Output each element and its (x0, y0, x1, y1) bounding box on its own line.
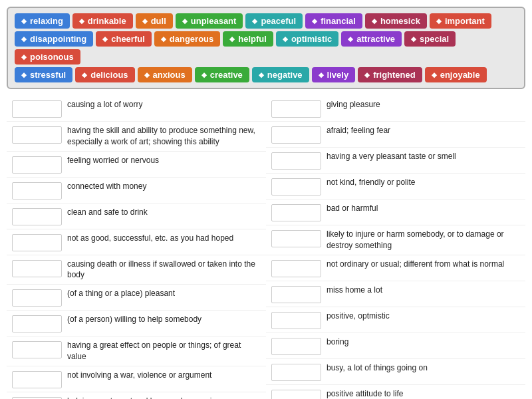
chip-homesick[interactable]: ◆homesick (365, 13, 427, 29)
answer-input[interactable] (271, 204, 321, 221)
chip-label: drinkable (88, 16, 126, 26)
chip-bullet: ◆ (21, 17, 27, 25)
chip-disappointing[interactable]: ◆disappointing (15, 31, 93, 47)
chip-anxious[interactable]: ◆anxious (138, 67, 192, 82)
word-bank: ◆relaxing◆drinkable◆dull◆unpleasant◆peac… (7, 7, 525, 89)
definition-text: positive attitude to life (327, 388, 403, 399)
chip-unpleasant[interactable]: ◆unpleasant (176, 13, 243, 29)
answer-input[interactable] (271, 178, 321, 196)
definition-text: feeling worried or nervous (67, 155, 159, 166)
answer-input[interactable] (271, 100, 321, 118)
definition-text: positive, optmistic (327, 311, 390, 322)
chip-lively[interactable]: ◆lively (312, 67, 356, 82)
answer-input[interactable] (271, 126, 321, 144)
quiz-item: having the skill and ability to produce … (7, 122, 266, 152)
chip-relaxing[interactable]: ◆relaxing (15, 13, 70, 29)
definition-text: afraid; feeling fear (327, 125, 390, 136)
chip-optimistic[interactable]: ◆optimistic (276, 31, 338, 47)
chip-bullet: ◆ (182, 17, 188, 25)
definition-text: bad or harmful (327, 203, 378, 214)
chip-label: important (445, 16, 485, 26)
definition-text: boring (327, 336, 348, 348)
definition-text: not kind, friendly or polite (327, 177, 415, 188)
quiz-left-col: causing a lot of worryhaving the skill a… (7, 96, 266, 399)
definition-text: causing death or illness if swallowed or… (67, 259, 261, 281)
quiz-item: causing a lot of worry (7, 96, 266, 122)
chip-label: lively (327, 70, 349, 80)
quiz-item: not involving a war, violence or argumen… (7, 366, 266, 392)
answer-input[interactable] (271, 312, 321, 329)
quiz-item: afraid; feeling fear (266, 122, 525, 148)
answer-input[interactable] (271, 390, 321, 399)
definition-text: having a great effect on people or thing… (67, 340, 261, 362)
chip-attractive[interactable]: ◆attractive (341, 31, 402, 47)
chip-peaceful[interactable]: ◆peaceful (245, 13, 303, 29)
definition-text: not as good, successful, etc. as you had… (67, 233, 233, 244)
chip-drinkable[interactable]: ◆drinkable (72, 13, 133, 29)
quiz-item: causing death or illness if swallowed or… (7, 255, 266, 285)
chip-bullet: ◆ (102, 35, 108, 43)
quiz-item: not as good, successful, etc. as you had… (7, 229, 266, 255)
chip-bullet: ◆ (436, 17, 442, 25)
chip-enjoyable[interactable]: ◆enjoyable (425, 67, 487, 82)
chip-label: unpleasant (191, 16, 237, 26)
chip-frightened[interactable]: ◆frightened (358, 67, 422, 82)
answer-input[interactable] (12, 315, 62, 332)
quiz-right-col: giving pleasureafraid; feeling fearhavin… (266, 96, 525, 399)
answer-input[interactable] (271, 286, 321, 303)
answer-input[interactable] (12, 182, 62, 200)
definition-text: causing a lot of worry (67, 99, 142, 110)
chip-bullet: ◆ (372, 17, 377, 25)
quiz-item: boring (266, 333, 525, 359)
answer-input[interactable] (12, 156, 62, 174)
chip-bullet: ◆ (432, 71, 437, 78)
chip-stressful[interactable]: ◆stressful (15, 67, 72, 82)
chip-label: anxious (153, 70, 186, 80)
answer-input[interactable] (12, 260, 62, 277)
chip-creative[interactable]: ◆creative (195, 67, 249, 82)
chip-delicious[interactable]: ◆delicious (75, 67, 134, 82)
chip-bullet: ◆ (319, 71, 324, 78)
answer-input[interactable] (12, 371, 62, 388)
answer-input[interactable] (12, 208, 62, 225)
definition-text: clean and safe to drink (67, 207, 148, 218)
answer-input[interactable] (271, 152, 321, 170)
quiz-item: feeling worried or nervous (7, 152, 266, 178)
answer-input[interactable] (12, 341, 62, 358)
quiz-item: helping you to rest and become less anxi… (7, 392, 266, 399)
chip-bullet: ◆ (364, 71, 370, 78)
chip-helpful[interactable]: ◆helpful (223, 31, 273, 47)
chip-negative[interactable]: ◆negative (252, 67, 309, 82)
definition-text: connected with money (67, 181, 146, 192)
quiz-item: positive, optmistic (266, 307, 525, 333)
chip-important[interactable]: ◆important (430, 13, 491, 29)
chip-dull[interactable]: ◆dull (136, 13, 173, 29)
answer-input[interactable] (271, 338, 321, 355)
chip-bullet: ◆ (82, 71, 87, 78)
definition-text: miss home a lot (327, 285, 382, 296)
definition-text: having a very pleasant taste or smell (327, 151, 456, 162)
chip-cheerful[interactable]: ◆cheerful (96, 31, 152, 47)
answer-input[interactable] (12, 234, 62, 251)
answer-input[interactable] (12, 100, 62, 118)
chip-special[interactable]: ◆special (404, 31, 456, 47)
answer-input[interactable] (271, 364, 321, 381)
quiz-item: giving pleasure (266, 96, 525, 122)
answer-input[interactable] (12, 289, 62, 307)
chip-poisonous[interactable]: ◆poisonous (15, 49, 80, 65)
definition-text: having the skill and ability to produce … (67, 125, 261, 148)
chip-dangerous[interactable]: ◆dangerous (154, 31, 220, 47)
chip-bullet: ◆ (79, 17, 84, 25)
definition-text: likely to injure or harm somebody, or to… (327, 229, 520, 251)
chip-financial[interactable]: ◆financial (305, 13, 362, 29)
answer-input[interactable] (271, 260, 321, 277)
chip-bullet: ◆ (144, 71, 150, 78)
chip-bullet: ◆ (229, 35, 235, 43)
chip-label: negative (267, 70, 303, 80)
quiz-item: having a great effect on people or thing… (7, 336, 266, 366)
quiz-area: causing a lot of worryhaving the skill a… (7, 96, 525, 399)
definition-text: helping you to rest and become less anxi… (67, 396, 225, 399)
answer-input[interactable] (12, 126, 62, 144)
answer-input[interactable] (271, 230, 321, 247)
quiz-item: positive attitude to life (266, 385, 525, 399)
